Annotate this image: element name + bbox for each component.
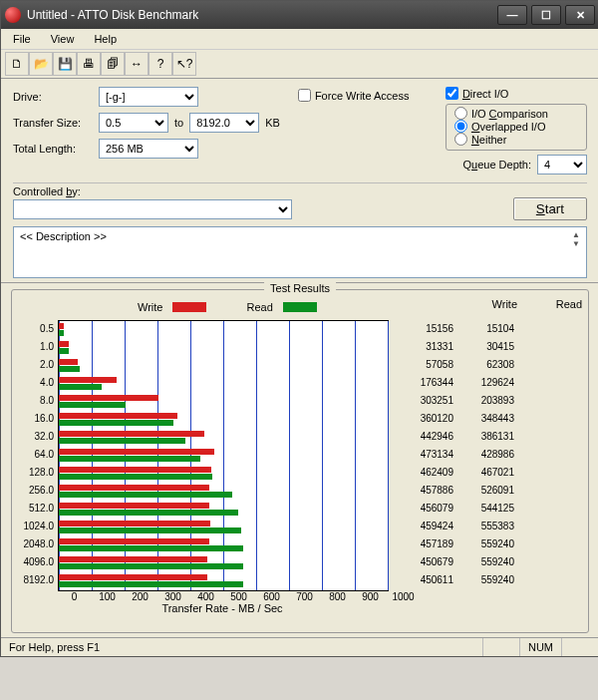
legend-read-label: Read — [246, 301, 272, 313]
start-button[interactable]: Start — [513, 197, 587, 220]
status-help: For Help, press F1 — [1, 638, 483, 656]
maximize-button[interactable]: ☐ — [531, 5, 561, 25]
io-comparison-radio[interactable]: I/O Comparison — [454, 107, 578, 120]
total-length-label: Total Length: — [13, 143, 93, 155]
legend-write-swatch — [172, 302, 206, 312]
menu-file[interactable]: File — [5, 31, 39, 47]
menubar: File View Help — [1, 29, 598, 50]
help-icon[interactable]: ? — [149, 52, 172, 76]
results-group: Test Results Write Read Write Read 0.51.… — [11, 289, 589, 633]
queue-depth-label: Queue Depth: — [462, 159, 531, 171]
controlled-by-label: Controlled by: — [13, 185, 507, 197]
to-label: to — [174, 117, 183, 129]
description-box[interactable]: << Description >> ▲▼ — [13, 226, 587, 278]
scroll-arrows[interactable]: ▲▼ — [572, 230, 580, 274]
new-icon[interactable]: 🗋 — [5, 52, 29, 76]
y-axis: 0.51.02.04.08.016.032.064.0128.0256.0512… — [18, 320, 58, 591]
total-length-select[interactable]: 256 MB — [99, 139, 198, 159]
minimize-button[interactable]: ― — [497, 5, 527, 25]
transfer-size-label: Transfer Size: — [13, 117, 93, 129]
queue-depth-select[interactable]: 4 — [537, 155, 587, 175]
toolbar: 🗋 📂 💾 🖶 🗐 ↔ ? ↖? — [1, 50, 598, 79]
close-button[interactable]: ✕ — [565, 5, 595, 25]
write-values-col: 1515631331570581763443032513601204429464… — [399, 320, 453, 591]
open-icon[interactable]: 📂 — [29, 52, 53, 76]
kb-label: KB — [265, 117, 280, 129]
copy-icon[interactable]: 🗐 — [101, 52, 125, 76]
app-window: Untitled - ATTO Disk Benchmark ― ☐ ✕ Fil… — [0, 0, 598, 657]
x-axis-label: Transfer Rate - MB / Sec — [18, 602, 387, 614]
legend-write-label: Write — [138, 301, 162, 313]
transfer-to-select[interactable]: 8192.0 — [189, 113, 259, 133]
direct-io-checkbox[interactable]: Direct I/O — [446, 87, 587, 100]
write-col-head: Write — [462, 298, 517, 316]
print-icon[interactable]: 🖶 — [77, 52, 101, 76]
results-title: Test Results — [264, 282, 336, 294]
drive-select[interactable]: [-g-] — [99, 87, 198, 107]
context-help-icon[interactable]: ↖? — [172, 52, 196, 76]
window-title: Untitled - ATTO Disk Benchmark — [27, 8, 497, 22]
controlled-by-select[interactable] — [13, 199, 292, 219]
drive-label: Drive: — [13, 91, 93, 103]
settings-panel: Drive: [-g-] Transfer Size: 0.5 to 8192.… — [1, 79, 598, 283]
statusbar: For Help, press F1 NUM — [1, 637, 598, 656]
titlebar: Untitled - ATTO Disk Benchmark ― ☐ ✕ — [1, 1, 598, 29]
menu-view[interactable]: View — [43, 31, 83, 47]
transfer-from-select[interactable]: 0.5 — [99, 113, 168, 133]
io-mode-group: I/O Comparison Overlapped I/O Neither — [446, 104, 587, 151]
cycle-icon[interactable]: ↔ — [125, 52, 149, 76]
legend-read-swatch — [283, 302, 317, 312]
app-icon — [5, 7, 21, 23]
overlapped-io-radio[interactable]: Overlapped I/O — [454, 120, 578, 133]
chart-area — [58, 320, 389, 591]
save-icon[interactable]: 💾 — [53, 52, 77, 76]
read-values-col: 1510430415623081296242038933484433861314… — [459, 320, 514, 591]
x-axis: 01002003004005006007008009001000 — [18, 591, 582, 602]
status-num: NUM — [520, 638, 562, 656]
force-write-checkbox[interactable]: Force Write Access — [298, 89, 428, 102]
menu-help[interactable]: Help — [86, 31, 125, 47]
neither-radio[interactable]: Neither — [454, 133, 578, 146]
read-col-head: Read — [527, 298, 582, 316]
